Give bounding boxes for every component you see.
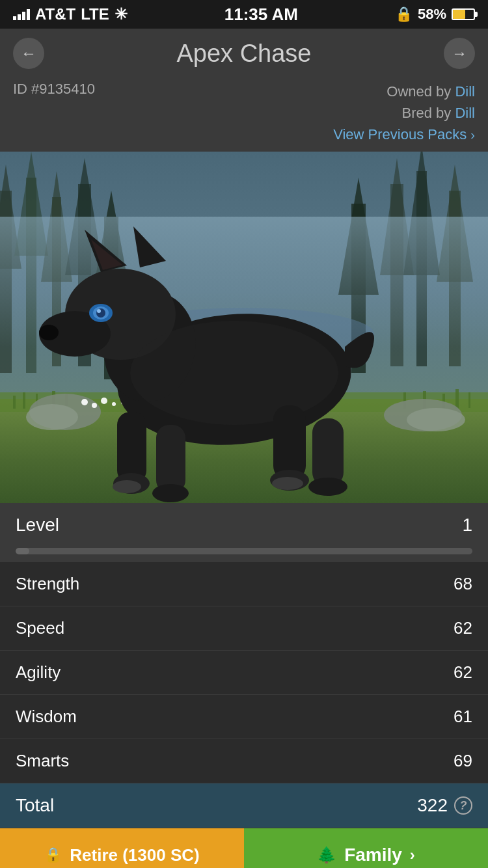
signal-icon bbox=[13, 9, 30, 20]
chevron-right-icon: › bbox=[470, 128, 475, 142]
retire-button[interactable]: 🔒 Retire (1300 SC) bbox=[0, 828, 244, 868]
svg-point-34 bbox=[26, 404, 78, 430]
view-previous-packs-link[interactable]: View Previous Packs › bbox=[333, 124, 475, 145]
status-left: AT&T LTE ✳ bbox=[13, 5, 128, 23]
meta-right: Owned by Dill Bred by Dill View Previous… bbox=[333, 81, 475, 145]
time-label: 11:35 AM bbox=[224, 5, 298, 25]
status-right: 🔒 58% bbox=[395, 6, 475, 23]
svg-point-40 bbox=[112, 402, 116, 406]
status-bar: AT&T LTE ✳ 11:35 AM 🔒 58% bbox=[0, 0, 488, 29]
breeder-link[interactable]: Dill bbox=[455, 105, 475, 121]
lock-status-icon: 🔒 bbox=[395, 6, 413, 23]
level-label: Level bbox=[16, 515, 59, 536]
tree-icon: 🌲 bbox=[317, 846, 336, 864]
lock-icon: 🔒 bbox=[44, 847, 62, 863]
battery-icon bbox=[452, 8, 475, 20]
svg-rect-23 bbox=[13, 396, 16, 409]
svg-point-54 bbox=[130, 321, 338, 425]
svg-point-64 bbox=[272, 477, 303, 490]
strength-value: 68 bbox=[454, 574, 472, 594]
svg-point-39 bbox=[101, 398, 107, 404]
svg-rect-56 bbox=[156, 425, 185, 493]
owned-by: Owned by Dill bbox=[333, 81, 475, 102]
svg-point-38 bbox=[92, 403, 97, 408]
header: ← Apex Chase → bbox=[0, 29, 488, 77]
stats-section: Level 1 Strength 68 Speed 62 Agility 62 … bbox=[0, 503, 488, 828]
total-value: 322 ? bbox=[417, 795, 472, 816]
smarts-label: Smarts bbox=[16, 751, 69, 771]
smarts-value: 69 bbox=[454, 751, 472, 771]
next-button[interactable]: → bbox=[444, 38, 475, 69]
strength-row: Strength 68 bbox=[0, 562, 488, 606]
speed-row: Speed 62 bbox=[0, 606, 488, 651]
agility-value: 62 bbox=[454, 662, 472, 683]
smarts-row: Smarts 69 bbox=[0, 739, 488, 783]
speed-label: Speed bbox=[16, 618, 64, 638]
bottom-buttons: 🔒 Retire (1300 SC) 🌲 Family › bbox=[0, 828, 488, 868]
wolf-image bbox=[0, 152, 488, 503]
level-bar-container bbox=[0, 548, 488, 562]
svg-point-53 bbox=[97, 309, 101, 313]
carrier-label: AT&T bbox=[35, 5, 75, 23]
strength-label: Strength bbox=[16, 574, 79, 594]
svg-rect-60 bbox=[312, 418, 344, 487]
family-button[interactable]: 🌲 Family › bbox=[244, 828, 488, 868]
level-bar bbox=[16, 548, 472, 554]
svg-point-37 bbox=[81, 399, 88, 405]
agility-label: Agility bbox=[16, 662, 61, 683]
svg-point-63 bbox=[113, 480, 141, 493]
svg-rect-59 bbox=[273, 405, 306, 480]
wolf-scene-svg bbox=[0, 152, 488, 503]
level-row: Level 1 bbox=[0, 503, 488, 548]
svg-point-36 bbox=[407, 408, 465, 431]
svg-point-58 bbox=[152, 484, 189, 502]
svg-point-46 bbox=[39, 325, 59, 340]
prev-button[interactable]: ← bbox=[13, 38, 44, 69]
help-icon[interactable]: ? bbox=[454, 796, 472, 815]
svg-rect-24 bbox=[23, 392, 25, 409]
speed-value: 62 bbox=[454, 618, 472, 638]
level-value: 1 bbox=[462, 515, 472, 536]
wisdom-label: Wisdom bbox=[16, 707, 77, 727]
owner-link[interactable]: Dill bbox=[455, 83, 475, 100]
page-title: Apex Chase bbox=[176, 40, 311, 68]
svg-rect-31 bbox=[455, 389, 459, 409]
bred-by: Bred by Dill bbox=[333, 102, 475, 124]
svg-point-62 bbox=[308, 478, 347, 496]
loading-icon: ✳ bbox=[115, 5, 128, 23]
wisdom-row: Wisdom 61 bbox=[0, 695, 488, 739]
wolf-id: ID #9135410 bbox=[13, 81, 95, 98]
svg-rect-32 bbox=[468, 392, 470, 408]
total-row: Total 322 ? bbox=[0, 783, 488, 828]
agility-row: Agility 62 bbox=[0, 651, 488, 695]
svg-rect-55 bbox=[117, 412, 146, 483]
arrow-right-icon: › bbox=[410, 846, 415, 864]
network-label: LTE bbox=[81, 5, 109, 23]
wisdom-value: 61 bbox=[454, 707, 472, 727]
battery-label: 58% bbox=[418, 6, 446, 23]
level-bar-fill bbox=[16, 548, 29, 554]
meta-info: ID #9135410 Owned by Dill Bred by Dill V… bbox=[0, 77, 488, 152]
total-label: Total bbox=[16, 795, 54, 816]
